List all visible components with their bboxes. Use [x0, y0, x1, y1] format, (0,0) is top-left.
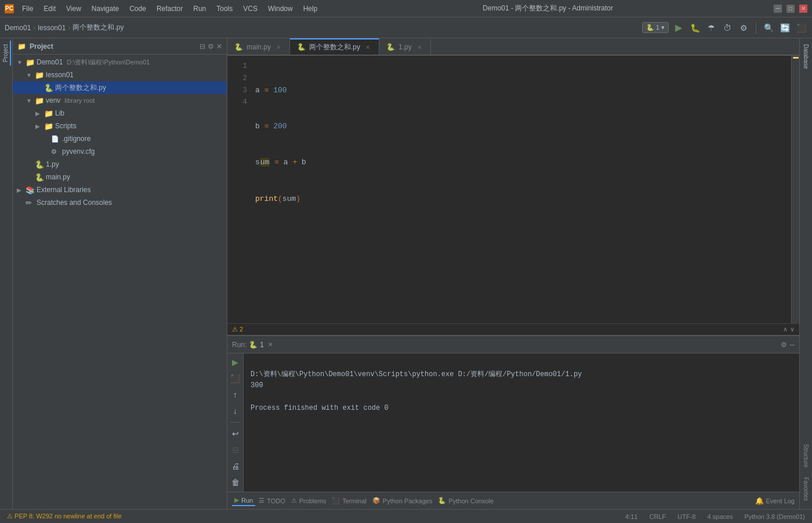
menu-edit[interactable]: Edit [39, 3, 60, 14]
update-button[interactable]: 🔄 [778, 21, 791, 34]
editor-content[interactable]: 1 2 3 4 a = 100 b = 200 sum = a + b prin… [227, 56, 799, 323]
status-line-ending[interactable]: CRLF [647, 513, 669, 520]
tab-mainpy[interactable]: 🐍 main.py ✕ [227, 38, 290, 55]
tree-label-scratches: Scratches and Consoles [37, 199, 112, 207]
tab-close-mainpy[interactable]: ✕ [274, 43, 282, 51]
bottom-tab-python-packages[interactable]: 📦 Python Packages [370, 496, 435, 506]
status-position[interactable]: 4:11 [623, 513, 640, 520]
center-column: 🐍 main.py ✕ 🐍 两个整数之和.py ✕ 🐍 1.py ✕ [227, 38, 799, 509]
run-output-line-3: Process finished with exit code 0 [251, 404, 389, 412]
run-panel-settings-button[interactable]: ⚙ [781, 341, 787, 349]
terminal-button[interactable]: ⬛ [795, 21, 807, 34]
tree-item-scratches[interactable]: ✏ Scratches and Consoles [13, 196, 227, 209]
menu-refactor[interactable]: Refactor [152, 3, 187, 14]
project-close-button[interactable]: ✕ [216, 42, 222, 51]
run-stop-button[interactable]: ⬛ [229, 372, 242, 385]
status-python[interactable]: Python 3.8 (Demo01) [742, 513, 807, 520]
line-num-2: 2 [227, 73, 247, 85]
run-scroll-down-button[interactable]: ↓ [229, 405, 242, 417]
run-wrap-button[interactable]: ↩ [229, 427, 242, 440]
warnings-nav-up[interactable]: ∧ [783, 326, 788, 333]
bottom-tab-run-label: Run [241, 497, 253, 504]
run-close-button[interactable]: ✕ [266, 341, 274, 349]
minimize-button[interactable]: ─ [774, 5, 782, 13]
breadcrumb-lesson01[interactable]: lesson01 [38, 24, 66, 32]
project-settings-button[interactable]: ⚙ [208, 42, 214, 51]
code-editor[interactable]: a = 100 b = 200 sum = a + b print(sum) [251, 56, 791, 323]
menu-window[interactable]: Window [263, 3, 298, 14]
python-icon-1py: 🐍 [35, 160, 44, 169]
bottom-tab-problems[interactable]: ⚠ Problems [289, 496, 328, 506]
tree-item-lib[interactable]: ▶ 📁 Lib [13, 107, 227, 120]
tree-label-main-file: 两个整数之和.py [55, 83, 106, 93]
run-clear-button[interactable]: 🗑 [229, 476, 242, 489]
menu-help[interactable]: Help [299, 3, 322, 14]
tree-label-1py: 1.py [46, 160, 59, 168]
tree-item-scripts[interactable]: ▶ 📁 Scripts [13, 120, 227, 132]
event-log-button[interactable]: 🔔 Event Log [755, 497, 795, 505]
run-rerun-button[interactable]: ▶ [229, 356, 242, 369]
run-config-dropdown[interactable]: 🐍 1 ▾ [642, 22, 669, 33]
status-indent[interactable]: 4 spaces [705, 513, 735, 520]
tree-item-ext-libs[interactable]: ▶ 📚 External Libraries [13, 183, 227, 196]
tab-icon-active: 🐍 [297, 43, 306, 51]
menu-navigate[interactable]: Navigate [87, 3, 124, 14]
close-button[interactable]: ✕ [799, 5, 807, 13]
tree-item-gitignore[interactable]: 📄 .gitignore [13, 132, 227, 145]
menu-run[interactable]: Run [188, 3, 211, 14]
breadcrumb-demo01[interactable]: Demo01 [5, 24, 31, 32]
code-line-3: sum = a + b [255, 157, 791, 169]
tree-item-mainpy[interactable]: 🐍 main.py [13, 171, 227, 183]
run-button[interactable]: ▶ [672, 21, 685, 34]
tab-close-active[interactable]: ✕ [364, 43, 372, 51]
bottom-tab-problems-label: Problems [299, 497, 326, 504]
tab-active-file[interactable]: 🐍 两个整数之和.py ✕ [290, 38, 379, 55]
project-side-tab[interactable]: Project [1, 41, 11, 66]
scratches-icon: ✏ [26, 199, 35, 207]
search-button[interactable]: 🔍 [762, 21, 775, 34]
menu-file[interactable]: File [17, 3, 38, 14]
structure-side-tab[interactable]: Structure [802, 441, 810, 471]
profile-button[interactable]: ⏱ [721, 21, 734, 34]
status-warning[interactable]: ⚠ PEP 8: W292 no newline at end of file [5, 513, 124, 520]
favorites-side-tab[interactable]: Favorites [802, 474, 810, 504]
breadcrumb-file[interactable]: 两个整数之和.py [72, 23, 124, 33]
run-scroll-up-button[interactable]: ↑ [229, 388, 242, 401]
bottom-tab-terminal[interactable]: ⬛ Terminal [329, 496, 369, 506]
tree-label-mainpy: main.py [46, 173, 70, 181]
run-filter-button[interactable]: ⊟ [229, 443, 242, 456]
bottom-tab-todo[interactable]: ☰ TODO [256, 496, 288, 506]
menu-code[interactable]: Code [125, 3, 151, 14]
maximize-button[interactable]: □ [786, 5, 795, 13]
tab-1py[interactable]: 🐍 1.py ✕ [379, 38, 431, 55]
inner-layout: Project 📁 Project ⊟ ⚙ ✕ ▼ 📁 Demo01 [0, 38, 812, 509]
run-print-button[interactable]: 🖨 [229, 460, 242, 472]
file-icon-pyvenv: ⚙ [51, 148, 60, 156]
menu-tools[interactable]: Tools [212, 3, 237, 14]
bottom-tab-run[interactable]: ▶ Run [232, 495, 255, 506]
tree-item-venv[interactable]: ▼ 📁 venv library root [13, 94, 227, 107]
tree-item-lesson01[interactable]: ▼ 📁 lesson01 [13, 68, 227, 81]
database-side-tab[interactable]: Database [802, 41, 810, 73]
bottom-tab-python-console[interactable]: 🐍 Python Console [436, 496, 496, 506]
settings-button[interactable]: ⚙ [737, 21, 750, 34]
run-panel-minimize-button[interactable]: ─ [789, 341, 795, 349]
menu-vcs[interactable]: VCS [238, 3, 262, 14]
coverage-button[interactable]: ☂ [705, 21, 717, 34]
run-config-name: 1 [260, 341, 264, 349]
tree-item-pyvenv[interactable]: ⚙ pyvenv.cfg [13, 145, 227, 158]
warnings-bar[interactable]: ⚠ 2 ∧ ∨ [227, 323, 799, 335]
run-label: Run: [232, 341, 246, 349]
tab-close-1py[interactable]: ✕ [415, 43, 423, 51]
debug-button[interactable]: 🐛 [688, 21, 701, 34]
menu-view[interactable]: View [61, 3, 86, 14]
project-collapse-all-button[interactable]: ⊟ [200, 42, 205, 51]
editor-scrollbar[interactable] [791, 56, 799, 323]
tab-label-1py: 1.py [398, 43, 412, 51]
warnings-nav-down[interactable]: ∨ [790, 326, 795, 333]
tree-item-main-file[interactable]: 🐍 两个整数之和.py [13, 81, 227, 94]
status-encoding[interactable]: UTF-8 [675, 513, 698, 520]
tree-item-demo01[interactable]: ▼ 📁 Demo01 D:\资料\编程\Python\Demo01 [13, 56, 227, 68]
tab-icon-1py: 🐍 [386, 43, 395, 51]
tree-item-1py[interactable]: 🐍 1.py [13, 158, 227, 171]
